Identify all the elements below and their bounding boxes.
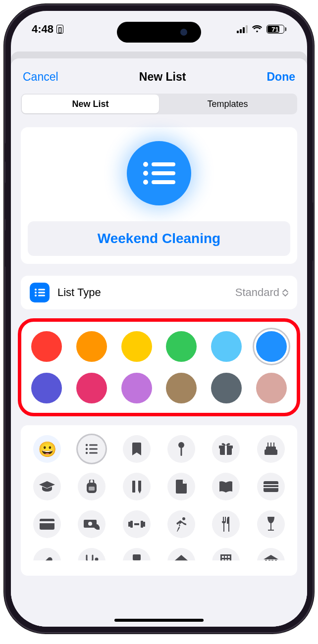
list-icon[interactable]	[78, 435, 106, 463]
color-swatch-10[interactable]	[211, 373, 242, 403]
svg-point-54	[95, 558, 99, 561]
cellular-icon	[237, 25, 248, 33]
color-swatch-9[interactable]	[166, 373, 197, 403]
svg-rect-55	[133, 554, 141, 560]
svg-rect-3	[152, 171, 175, 175]
segmented-control[interactable]: New List Templates	[21, 94, 297, 114]
color-swatch-3[interactable]	[166, 331, 197, 362]
svg-point-14	[86, 448, 88, 450]
svg-rect-72	[275, 560, 277, 566]
fork-knife-icon[interactable]	[212, 510, 240, 538]
list-name-input[interactable]	[28, 221, 290, 256]
smiley-icon[interactable]: 😀	[33, 435, 61, 463]
stethoscope-icon[interactable]	[78, 548, 106, 576]
document-icon[interactable]	[167, 473, 195, 500]
svg-rect-27	[273, 444, 274, 446]
dumbbell-icon[interactable]	[123, 510, 151, 538]
ruler-pencil-icon[interactable]	[123, 473, 151, 500]
nav-title: New List	[139, 70, 186, 84]
svg-rect-66	[222, 563, 224, 565]
svg-rect-13	[89, 445, 98, 446]
svg-rect-25	[267, 444, 268, 446]
svg-rect-9	[38, 292, 45, 294]
battery-icon: 71	[266, 25, 287, 34]
icon-picker-card: 😀	[21, 425, 297, 576]
done-button[interactable]: Done	[267, 70, 296, 84]
chair-icon[interactable]	[123, 548, 151, 576]
color-swatch-2[interactable]	[121, 331, 152, 362]
svg-point-50	[182, 517, 185, 520]
svg-rect-46	[130, 521, 133, 528]
color-swatch-11[interactable]	[256, 373, 287, 403]
gift-icon[interactable]	[212, 435, 240, 463]
bookmark-icon[interactable]	[123, 435, 151, 463]
color-swatch-6[interactable]	[31, 373, 62, 403]
svg-rect-24	[266, 446, 276, 450]
side-button	[5, 143, 8, 162]
svg-rect-45	[134, 523, 139, 525]
svg-rect-22	[225, 446, 227, 455]
color-swatch-5[interactable]	[256, 331, 287, 362]
home-indicator[interactable]	[114, 619, 204, 622]
svg-rect-40	[40, 521, 54, 523]
power-button	[310, 202, 313, 261]
svg-rect-51	[42, 556, 53, 568]
svg-point-2	[143, 171, 148, 176]
pill-icon[interactable]	[33, 548, 61, 576]
svg-rect-17	[89, 452, 98, 454]
list-preview-card	[21, 127, 297, 264]
status-time: 4:48	[32, 23, 53, 36]
money-icon[interactable]	[78, 510, 106, 538]
color-swatch-8[interactable]	[121, 373, 152, 403]
tab-new-list[interactable]: New List	[22, 95, 159, 113]
wallet-icon[interactable]	[257, 473, 285, 500]
svg-rect-5	[152, 180, 175, 184]
color-swatch-1[interactable]	[76, 331, 107, 362]
color-swatch-0[interactable]	[31, 331, 62, 362]
svg-rect-69	[265, 560, 267, 566]
svg-rect-64	[225, 559, 227, 561]
volume-up-button	[5, 182, 8, 220]
svg-rect-57	[132, 564, 134, 569]
svg-rect-52	[42, 560, 50, 568]
list-type-row[interactable]: List Type Standard	[21, 276, 297, 309]
svg-rect-36	[264, 481, 278, 484]
svg-rect-26	[270, 444, 271, 446]
svg-rect-71	[271, 560, 273, 566]
svg-rect-70	[268, 560, 270, 566]
building-icon[interactable]	[212, 548, 240, 576]
svg-rect-39	[40, 519, 54, 530]
house-icon[interactable]	[167, 548, 195, 576]
svg-point-8	[35, 292, 37, 294]
svg-rect-11	[38, 295, 45, 297]
svg-rect-62	[228, 556, 230, 558]
modal-sheet: Cancel New List Done New List Templates	[11, 58, 307, 627]
svg-point-42	[88, 522, 92, 526]
color-swatch-4[interactable]	[211, 331, 242, 362]
running-icon[interactable]	[167, 510, 195, 538]
svg-rect-47	[128, 522, 130, 527]
tab-templates[interactable]: Templates	[159, 95, 296, 113]
credit-card-icon[interactable]	[33, 510, 61, 538]
cancel-button[interactable]: Cancel	[23, 70, 58, 84]
dynamic-island	[117, 22, 201, 43]
volume-down-button	[5, 230, 8, 267]
svg-rect-53	[42, 560, 50, 568]
book-icon[interactable]	[212, 473, 240, 500]
bank-icon[interactable]	[257, 548, 285, 576]
svg-rect-61	[225, 556, 227, 558]
svg-rect-37	[264, 484, 278, 485]
svg-rect-73	[264, 567, 278, 569]
pin-icon[interactable]	[167, 435, 195, 463]
backpack-icon[interactable]	[78, 473, 106, 500]
svg-rect-63	[222, 559, 224, 561]
color-picker-card	[21, 321, 297, 413]
list-type-label: List Type	[57, 286, 101, 299]
graduation-icon[interactable]	[33, 473, 61, 500]
svg-point-6	[35, 289, 37, 291]
wine-icon[interactable]	[257, 510, 285, 538]
list-type-value: Standard	[235, 286, 288, 299]
color-swatch-7[interactable]	[76, 373, 107, 403]
cake-icon[interactable]	[257, 435, 285, 463]
svg-rect-68	[228, 563, 230, 565]
